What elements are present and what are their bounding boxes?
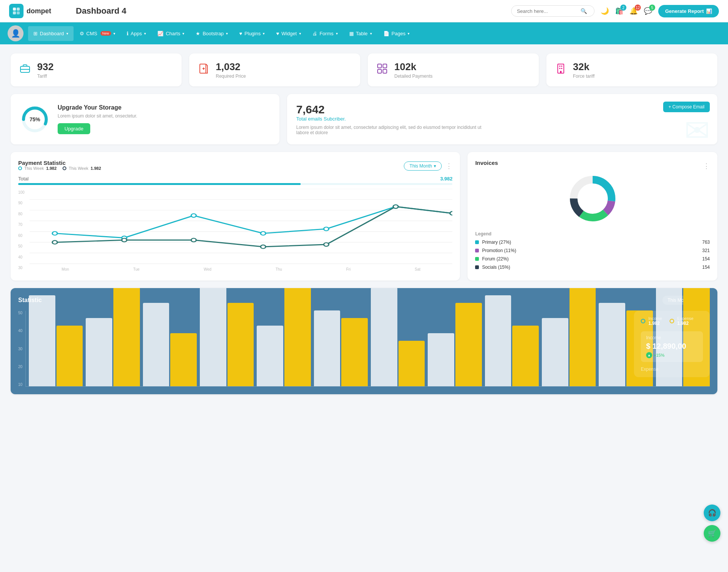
- upgrade-text: Upgrade Your Storage Lorem ipsum dolor s…: [58, 104, 137, 134]
- compare-icon[interactable]: 🛍️ 2: [615, 7, 623, 15]
- nav-label-cms: CMS: [86, 31, 97, 36]
- bar-yellow: [341, 318, 368, 386]
- info-icon: ℹ: [127, 31, 129, 36]
- svg-rect-14: [559, 66, 560, 67]
- grid-icon: ⊞: [33, 31, 38, 36]
- forum-color: [475, 257, 479, 261]
- expense-section-label: Expense: [641, 367, 703, 372]
- search-box[interactable]: 🔍: [511, 5, 595, 17]
- chevron-down-icon-charts: ▾: [182, 31, 184, 36]
- bar-group: [542, 288, 596, 386]
- svg-point-31: [191, 214, 196, 217]
- total-value: 3.982: [440, 176, 453, 182]
- upgrade-title: Upgrade Your Storage: [58, 104, 137, 111]
- storage-donut: 75%: [20, 104, 50, 135]
- bar-group: [200, 288, 254, 386]
- nav-item-plugins[interactable]: ♥ Plugins ▾: [234, 26, 270, 41]
- socials-color: [475, 265, 479, 269]
- row2: 75% Upgrade Your Storage Lorem ipsum dol…: [11, 94, 717, 144]
- invoices-donut-svg: [566, 172, 619, 225]
- bar-white: [29, 295, 55, 386]
- file-plus-icon: [198, 63, 210, 77]
- income-change: ▲ +15%: [646, 352, 698, 358]
- income-box-title: Income: [646, 335, 698, 340]
- total-bar: [18, 183, 452, 185]
- nav-item-table[interactable]: ▦ Table ▾: [344, 26, 377, 41]
- svg-point-29: [52, 232, 57, 235]
- search-icon[interactable]: 🔍: [581, 8, 587, 14]
- bar-yellow: [284, 288, 311, 386]
- bar-group: [371, 288, 425, 386]
- nav-item-bootstrap[interactable]: ★ Bootstrap ▾: [190, 26, 233, 41]
- compare-badge: 2: [620, 5, 626, 11]
- tariff-value: 932: [37, 61, 53, 73]
- invoices-title: Invoices: [475, 160, 498, 166]
- nav-item-charts[interactable]: 📈 Charts ▾: [152, 26, 190, 41]
- svg-rect-11: [378, 69, 381, 73]
- chevron-down-icon-plugins: ▾: [263, 31, 265, 36]
- income-box: Income $ 12,890,00 ▲ +15%: [641, 331, 703, 362]
- theme-toggle-icon[interactable]: 🌙: [601, 7, 609, 15]
- payment-filter-button[interactable]: This Month ▾: [404, 161, 442, 171]
- legend-val-2: 1.982: [91, 166, 101, 171]
- nav-label-pages: Pages: [392, 31, 406, 36]
- storage-percent: 75%: [30, 116, 40, 122]
- nav-item-cms[interactable]: ⚙ CMS New ▾: [74, 26, 121, 41]
- bar-group: [29, 295, 83, 386]
- legend-label-1: This Week: [24, 166, 44, 171]
- line-chart-container: 100 90 80 70 60 50 40 30: [18, 189, 452, 271]
- chevron-down-icon-forms: ▾: [336, 31, 338, 36]
- nav-label-charts: Charts: [166, 31, 180, 36]
- upgrade-card: 75% Upgrade Your Storage Lorem ipsum dol…: [11, 94, 279, 144]
- socials-value: 154: [702, 265, 710, 270]
- stat-card-detailed-payments: 102k Detailed Payments: [368, 53, 539, 86]
- chat-icon[interactable]: 💬 5: [644, 7, 652, 15]
- bar-white: [371, 288, 397, 386]
- income-dot: [641, 319, 645, 323]
- chevron-down-icon-table: ▾: [370, 31, 372, 36]
- legend-item-1: This Week 1.982: [18, 166, 56, 171]
- income-item: Income 1.982: [641, 316, 662, 326]
- statistic-content: 50 40 30 20 10 Income: [18, 311, 710, 387]
- total-label: Total: [18, 176, 28, 182]
- tariff-label: Tariff: [37, 74, 53, 79]
- bar-yaxis: 50 40 30 20 10: [18, 311, 25, 387]
- nav-label-plugins: Plugins: [245, 31, 261, 36]
- bell-icon[interactable]: 🔔 12: [629, 7, 638, 15]
- invoices-donut-chart: [475, 172, 710, 225]
- generate-report-button[interactable]: Generate Report 📊: [658, 5, 719, 17]
- detailed-value: 102k: [394, 61, 433, 73]
- bar-yellow: [113, 288, 140, 386]
- price-value: 1,032: [216, 61, 246, 73]
- search-input[interactable]: [517, 8, 577, 14]
- compose-email-button[interactable]: + Compose Email: [663, 102, 710, 112]
- nav-item-apps[interactable]: ℹ Apps ▾: [121, 26, 152, 41]
- invoices-more-button[interactable]: ⋮: [703, 162, 710, 170]
- expense-item: Expense 1.982: [670, 316, 693, 326]
- logo: dompet: [9, 4, 70, 18]
- payment-more-button[interactable]: ⋮: [446, 162, 452, 170]
- legend-row-promotion: Promotion (11%) 321: [475, 248, 710, 253]
- chat-badge: 5: [649, 5, 655, 11]
- legend-item-2: This Week 1.982: [63, 166, 101, 171]
- svg-rect-2: [13, 11, 16, 14]
- upgrade-button[interactable]: Upgrade: [58, 123, 90, 134]
- bar-group: [143, 303, 197, 386]
- chart-icon: 📈: [157, 31, 163, 36]
- statistic-card: Statistic This Month ▾ ⋮ 50 40 30 20: [11, 288, 717, 394]
- mail-bg-icon: ✉: [684, 113, 710, 144]
- bar-chart-icon: 📊: [706, 8, 712, 14]
- nav-item-forms[interactable]: 🖨 Forms ▾: [307, 26, 343, 41]
- svg-rect-12: [383, 69, 387, 73]
- nav-label-widget: Widget: [281, 31, 297, 36]
- star-icon: ★: [196, 31, 200, 36]
- svg-point-40: [324, 243, 329, 246]
- stat-card-force-tariff: 32k Force tariff: [546, 53, 717, 86]
- bar-white: [257, 326, 283, 386]
- nav-item-dashboard[interactable]: ⊞ Dashboard ▾: [28, 26, 74, 41]
- svg-rect-9: [378, 64, 381, 68]
- legend-label-2: This Week: [69, 166, 88, 171]
- nav-item-widget[interactable]: ♥ Widget ▾: [271, 26, 306, 41]
- nav-item-pages[interactable]: 📄 Pages ▾: [378, 26, 415, 41]
- print-icon: 🖨: [312, 31, 317, 36]
